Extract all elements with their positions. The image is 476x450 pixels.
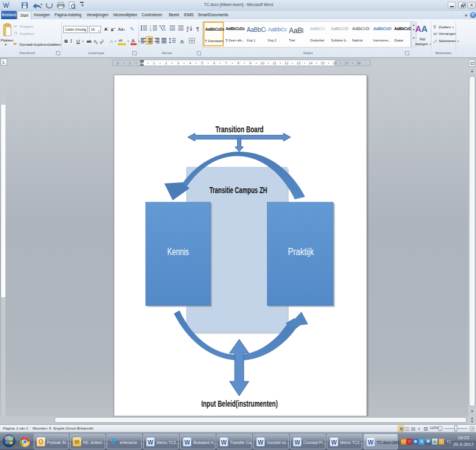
- svg-text:2: 2: [117, 61, 119, 65]
- svg-text:Input Beleid(instrumenten): Input Beleid(instrumenten): [202, 399, 278, 408]
- svg-text:13: 13: [297, 61, 301, 65]
- svg-text:Kennis: Kennis: [167, 246, 189, 257]
- svg-text:¶: ¶: [196, 26, 199, 32]
- svg-text:5: 5: [201, 61, 203, 65]
- svg-text:12: 12: [285, 61, 289, 65]
- svg-text:16: 16: [333, 61, 337, 65]
- svg-text:11: 11: [273, 61, 277, 65]
- svg-text:10: 10: [261, 61, 265, 65]
- svg-text:15: 15: [321, 61, 325, 65]
- svg-text:Praktijk: Praktijk: [288, 246, 314, 257]
- svg-text:17: 17: [345, 61, 349, 65]
- svg-text:14: 14: [309, 61, 313, 65]
- svg-text:6: 6: [213, 61, 215, 65]
- svg-text:7: 7: [225, 61, 227, 65]
- svg-text:2: 2: [165, 61, 167, 65]
- svg-text:1: 1: [153, 61, 155, 65]
- svg-text:4: 4: [189, 61, 191, 65]
- svg-text:18: 18: [357, 61, 361, 65]
- svg-text:3: 3: [150, 29, 151, 32]
- svg-text:8: 8: [237, 61, 240, 65]
- svg-text:Transition Board: Transition Board: [215, 125, 264, 134]
- svg-text:Transitie Campus ZH: Transitie Campus ZH: [209, 185, 267, 195]
- svg-text:3: 3: [177, 61, 179, 65]
- svg-text:1: 1: [129, 61, 131, 65]
- svg-text:W: W: [3, 2, 9, 9]
- svg-text:9: 9: [249, 61, 252, 65]
